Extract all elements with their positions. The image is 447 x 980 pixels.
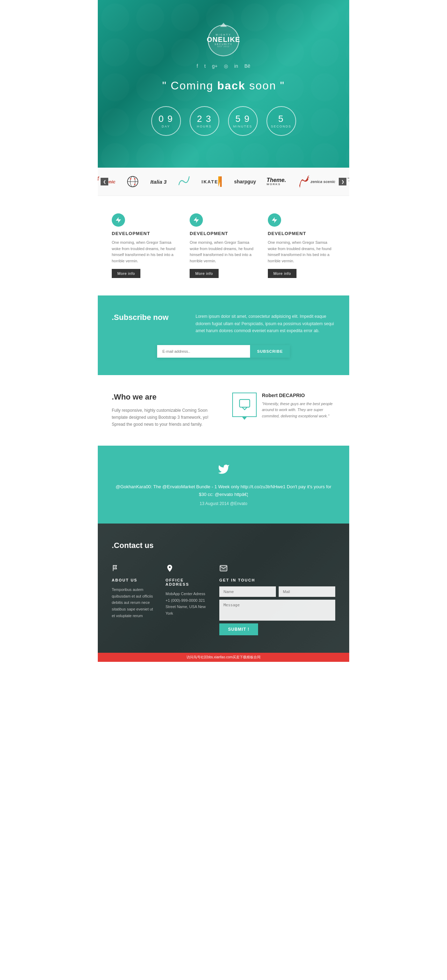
subscribe-form-box: SUBSCRIBE bbox=[157, 345, 290, 358]
who-title: .Who we are bbox=[112, 393, 215, 402]
who-text: Fully responsive, highly customizable Co… bbox=[112, 407, 215, 428]
service-card-3: DEVELOPMENT One morning, when Gregor Sam… bbox=[268, 213, 335, 278]
svg-rect-6 bbox=[220, 177, 222, 187]
service-title-3: DEVELOPMENT bbox=[268, 231, 335, 236]
mail-icon bbox=[219, 564, 230, 574]
office-title: OFFICE ADDRESS bbox=[165, 578, 209, 586]
hero-section: MIGHTY ONELIKE SECURITY EST 2012 f t g+ … bbox=[98, 0, 349, 168]
svg-point-4 bbox=[134, 178, 135, 180]
carousel-prev-btn[interactable]: ❮ bbox=[100, 178, 108, 185]
contact-title: .Contact us bbox=[112, 541, 335, 550]
testimonial-text: "Honestly, these guys are the best peopl… bbox=[262, 401, 335, 420]
service-text-3: One morning, when Gregor Samsa woke from… bbox=[268, 240, 335, 264]
testimonial-avatar bbox=[232, 393, 257, 417]
subscribe-email-input[interactable] bbox=[157, 345, 250, 358]
who-left: .Who we are Fully responsive, highly cus… bbox=[112, 393, 215, 428]
social-google[interactable]: g+ bbox=[212, 63, 218, 69]
logo-sub: SECURITY bbox=[215, 43, 232, 45]
contact-office: OFFICE ADDRESS MobApp Center Adress +1 (… bbox=[165, 564, 209, 635]
office-text: MobApp Center Adress +1 (000)-999-0000 3… bbox=[165, 590, 209, 617]
service-card-2: DEVELOPMENT One morning, when Gregor Sam… bbox=[189, 213, 257, 278]
contact-message-input[interactable] bbox=[219, 600, 335, 620]
service-icon-3 bbox=[268, 213, 281, 227]
testimonial-content: Robert DECAPRIO "Honestly, these guys ar… bbox=[262, 393, 335, 420]
countdown-seconds-value: 5 bbox=[278, 114, 284, 123]
subscribe-button[interactable]: SUBSCRIBE bbox=[250, 345, 290, 358]
subscribe-section: .Subscribe now Lorem ipsum dolor sit ame… bbox=[98, 296, 349, 375]
logo-item-zenica: zenica scenic bbox=[296, 175, 335, 189]
about-text: Temporibus autem quibusdam et aut offici… bbox=[112, 586, 155, 619]
countdown-seconds: 5 SECONDS bbox=[266, 106, 296, 136]
who-section: .Who we are Fully responsive, highly cus… bbox=[98, 375, 349, 445]
logo-item-wave bbox=[177, 175, 191, 189]
carousel-next-btn[interactable]: ❯ bbox=[339, 178, 347, 185]
more-info-btn-2[interactable]: More info bbox=[189, 269, 218, 278]
svg-rect-12 bbox=[239, 399, 249, 407]
logo-item-globe bbox=[126, 175, 140, 189]
service-title-2: DEVELOPMENT bbox=[189, 231, 257, 236]
twitter-date: 13 August 2014 @Envato bbox=[112, 501, 335, 506]
services-grid: DEVELOPMENT One morning, when Gregor Sam… bbox=[112, 213, 335, 278]
countdown-minutes: 5 9 MINUTES bbox=[228, 106, 258, 136]
countdown-day-value: 0 9 bbox=[159, 114, 173, 123]
subscribe-left: .Subscribe now bbox=[112, 313, 181, 334]
service-card-1: DEVELOPMENT One morning, when Gregor Sam… bbox=[112, 213, 179, 278]
service-icon-2 bbox=[189, 213, 203, 227]
who-right: Robert DECAPRIO "Honestly, these guys ar… bbox=[232, 393, 335, 420]
testimonial: Robert DECAPRIO "Honestly, these guys ar… bbox=[232, 393, 335, 420]
flag-icon bbox=[112, 564, 122, 574]
logo-badge: MIGHTY ONELIKE SECURITY EST 2012 bbox=[208, 25, 239, 56]
social-dribbble[interactable]: ◎ bbox=[224, 63, 228, 69]
contact-inner: .Contact us ABOUT US Temporibus autem qu… bbox=[112, 541, 335, 635]
location-icon bbox=[165, 564, 176, 574]
contact-mail-input[interactable] bbox=[279, 586, 335, 597]
logo-item-sharpguy: sharpguy bbox=[234, 179, 256, 185]
submit-button[interactable]: SUBMIT ! bbox=[219, 624, 258, 635]
watermark-bar: 访问鸟号社区bbs.xianfao.com买卖下载模板合同 bbox=[98, 653, 349, 662]
svg-point-5 bbox=[134, 184, 135, 185]
countdown-day-label: DAY bbox=[162, 125, 170, 128]
subscribe-form-wrap: SUBSCRIBE bbox=[112, 345, 335, 358]
social-twitter[interactable]: t bbox=[204, 63, 206, 69]
subscribe-desc: Lorem ipsum dolor sit amet, consectetur … bbox=[196, 313, 335, 334]
svg-point-3 bbox=[130, 178, 131, 180]
countdown-minutes-value: 5 9 bbox=[235, 114, 250, 123]
touch-title: GET IN TOUCH bbox=[219, 578, 335, 582]
countdown-hours-value: 2 3 bbox=[197, 114, 212, 123]
social-icons: f t g+ ◎ in Bē bbox=[197, 63, 250, 69]
logo-area: MIGHTY ONELIKE SECURITY EST 2012 bbox=[208, 25, 239, 56]
svg-marker-7 bbox=[218, 177, 220, 187]
twitter-bird-icon bbox=[112, 463, 335, 478]
watermark-text: 访问鸟号社区bbs.xianfao.com买卖下载模板合同 bbox=[186, 655, 261, 659]
more-info-btn-1[interactable]: More info bbox=[112, 269, 140, 278]
service-text-1: One morning, when Gregor Samsa woke from… bbox=[112, 240, 179, 264]
twitter-tweet: @GokhanKara00: The @EnvatoMarket Bundle … bbox=[112, 483, 335, 498]
contact-section: .Contact us ABOUT US Temporibus autem qu… bbox=[98, 523, 349, 653]
social-behance[interactable]: Bē bbox=[245, 63, 250, 69]
countdown: 0 9 DAY 2 3 HOURS 5 9 MINUTES 5 SECONDS bbox=[151, 106, 296, 136]
more-info-btn-3[interactable]: More info bbox=[268, 269, 296, 278]
twitter-section: @GokhanKara00: The @EnvatoMarket Bundle … bbox=[98, 445, 349, 523]
logo-item-theme: Theme. WORKS bbox=[266, 177, 286, 186]
countdown-hours: 2 3 HOURS bbox=[189, 106, 219, 136]
logo-main: ONELIKE bbox=[207, 36, 240, 43]
social-linkedin[interactable]: in bbox=[234, 63, 238, 69]
testimonial-name: Robert DECAPRIO bbox=[262, 393, 335, 398]
logo-item-ikate: IKATE bbox=[202, 177, 224, 187]
services-section: DEVELOPMENT One morning, when Gregor Sam… bbox=[98, 196, 349, 296]
countdown-hours-label: HOURS bbox=[197, 125, 212, 128]
service-icon-1 bbox=[112, 213, 125, 227]
contact-form: SUBMIT ! bbox=[219, 586, 335, 635]
logo-tagline: EST 2012 bbox=[218, 45, 230, 48]
contact-about: ABOUT US Temporibus autem quibusdam et a… bbox=[112, 564, 155, 635]
contact-touch: GET IN TOUCH SUBMIT ! bbox=[219, 564, 335, 635]
contact-grid: ABOUT US Temporibus autem quibusdam et a… bbox=[112, 564, 335, 635]
service-title-1: DEVELOPMENT bbox=[112, 231, 179, 236]
subscribe-inner: .Subscribe now Lorem ipsum dolor sit ame… bbox=[112, 313, 335, 334]
subscribe-right: Lorem ipsum dolor sit amet, consectetur … bbox=[196, 313, 335, 334]
service-text-2: One morning, when Gregor Samsa woke from… bbox=[189, 240, 257, 264]
contact-name-input[interactable] bbox=[219, 586, 276, 597]
social-facebook[interactable]: f bbox=[197, 63, 198, 69]
contact-form-row-1 bbox=[219, 586, 335, 597]
coming-text: " Coming back soon " bbox=[162, 79, 285, 92]
